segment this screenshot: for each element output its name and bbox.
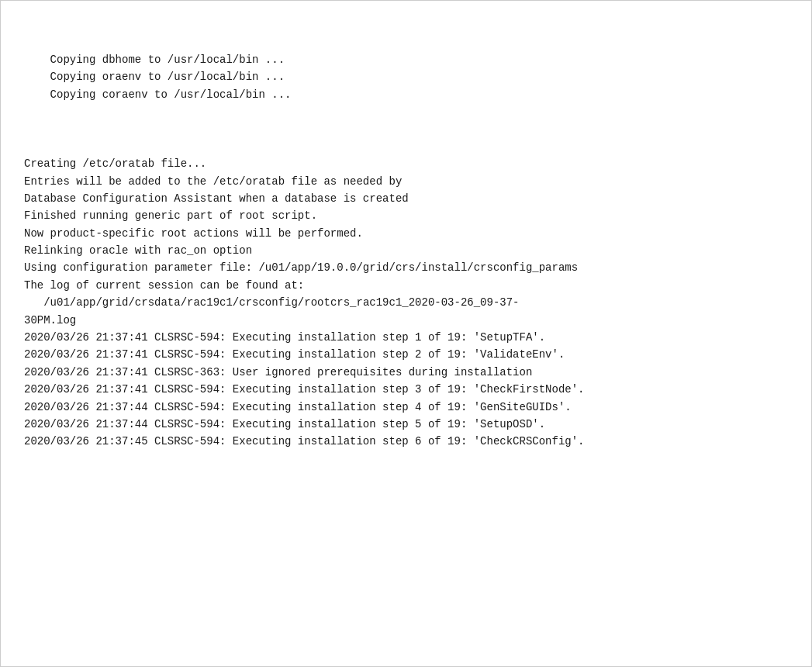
log-line: 30PM.log xyxy=(24,312,788,329)
log-line: 2020/03/26 21:37:41 CLSRSC-594: Executin… xyxy=(24,346,788,363)
log-line: 2020/03/26 21:37:44 CLSRSC-594: Executin… xyxy=(24,399,788,416)
log-line: Copying dbhome to /usr/local/bin ... xyxy=(24,51,788,68)
log-line: 2020/03/26 21:37:41 CLSRSC-594: Executin… xyxy=(24,381,788,398)
log-line: Database Configuration Assistant when a … xyxy=(24,190,788,207)
log-line: Copying coraenv to /usr/local/bin ... xyxy=(24,86,788,103)
log-line: Finished running generic part of root sc… xyxy=(24,207,788,224)
log-line: Copying oraenv to /usr/local/bin ... xyxy=(24,68,788,85)
log-line: Now product-specific root actions will b… xyxy=(24,225,788,242)
log-line xyxy=(24,138,788,155)
terminal-window: Copying dbhome to /usr/local/bin ... Cop… xyxy=(0,0,812,667)
log-line: 2020/03/26 21:37:44 CLSRSC-594: Executin… xyxy=(24,416,788,433)
log-line: Using configuration parameter file: /u01… xyxy=(24,259,788,276)
log-line: Relinking oracle with rac_on option xyxy=(24,242,788,259)
log-line: /u01/app/grid/crsdata/rac19c1/crsconfig/… xyxy=(24,294,788,311)
log-output: Copying dbhome to /usr/local/bin ... Cop… xyxy=(24,16,788,451)
log-line: 2020/03/26 21:37:41 CLSRSC-594: Executin… xyxy=(24,329,788,346)
log-line: 2020/03/26 21:37:41 CLSRSC-363: User ign… xyxy=(24,364,788,381)
log-line xyxy=(24,103,788,120)
log-line: 2020/03/26 21:37:45 CLSRSC-594: Executin… xyxy=(24,433,788,450)
log-line xyxy=(24,120,788,137)
log-line: Entries will be added to the /etc/oratab… xyxy=(24,173,788,190)
log-line: The log of current session can be found … xyxy=(24,277,788,294)
log-line: Creating /etc/oratab file... xyxy=(24,155,788,172)
